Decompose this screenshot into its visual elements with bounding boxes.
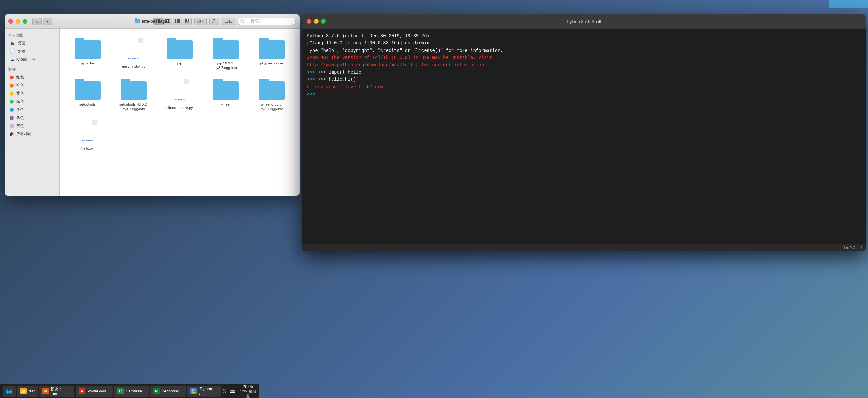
sidebar-tag-blue[interactable]: 蓝色	[6, 106, 58, 114]
shell-statusbar: Ln: 9 Col: 4	[302, 244, 866, 251]
file-item-hello[interactable]: PYTHON hello.py	[66, 117, 109, 153]
sidebar-tag-yellow[interactable]: 黄色	[6, 90, 58, 98]
taskbar-datetime: 20:05 12/5, 星期五	[239, 384, 257, 398]
maximize-button[interactable]	[23, 19, 27, 24]
folder-icon-pip-egg	[213, 38, 239, 59]
file-item-wheel[interactable]: wheel	[204, 76, 247, 114]
file-item-pkg[interactable]: pkg_resources	[250, 35, 293, 73]
file-name-setuptools-egg: setuptools-42.0.2-py3.7.egg-info	[119, 102, 148, 111]
finder-titlebar: ‹ › ▾	[4, 14, 300, 29]
record-icon: R	[153, 388, 160, 394]
gallery-view-button[interactable]	[183, 18, 192, 25]
orange-tag-dot	[10, 84, 13, 88]
shell-content[interactable]: Python 3.7.6 (default, Dec 30 2019, 19:3…	[302, 29, 866, 244]
file-item-pycache[interactable]: __pycache__	[66, 35, 109, 73]
toolbar-right: ▾ 搜索	[153, 18, 296, 25]
sidebar-tag-green[interactable]: 绿色	[6, 98, 58, 106]
shell-line-5: http://www.python.org/download/mac/tcltk…	[307, 62, 861, 69]
taskbar-folder-test[interactable]: 📁 test	[17, 386, 38, 397]
search-box[interactable]: 搜索	[238, 18, 296, 25]
taskbar-right: 英 ⌨ 20:05 12/5, 星期五	[222, 384, 257, 398]
finder-sidebar: 个人收藏 🖥 桌面 📄 文稿 ☁ iCloud... ⟳ 标签	[4, 29, 60, 196]
svg-rect-10	[185, 20, 187, 22]
desktop-icon: 🖥	[10, 41, 15, 46]
sidebar-item-documents[interactable]: 📄 文稿	[6, 47, 58, 56]
shell-minimize-button[interactable]	[314, 19, 318, 24]
folder-icon-pkg	[259, 38, 285, 59]
shell-maximize-button[interactable]	[321, 19, 326, 24]
taskbar-ppt-module[interactable]: P 模块：_na...	[39, 386, 74, 397]
green-tag-dot	[10, 100, 13, 104]
file-name-pip-egg: pip-19.3.1-py3.7.egg-info	[211, 61, 240, 70]
sidebar-item-icloud[interactable]: ☁ iCloud... ⟳	[6, 56, 58, 63]
column-view-button[interactable]	[173, 18, 182, 25]
svg-line-18	[243, 22, 244, 23]
traffic-lights	[8, 19, 27, 24]
folder-icon-setuptools-egg	[121, 79, 147, 100]
svg-rect-16	[229, 20, 232, 23]
blue-tag-dot	[10, 108, 13, 112]
file-item-easy-install[interactable]: PYTHON easy_install.py	[112, 35, 155, 73]
file-name-setuptools: setuptools	[80, 102, 96, 107]
all-tags-dot	[10, 132, 13, 136]
tags-heading: 标签	[4, 66, 59, 73]
taskbar-ppt-label: PowerPoin...	[87, 389, 109, 394]
taskbar-camtasia[interactable]: C Camtasia...	[114, 386, 149, 397]
share-button[interactable]	[209, 18, 219, 25]
sidebar-tag-purple[interactable]: 紫色	[6, 114, 58, 122]
sidebar-all-tags[interactable]: 所有标签...	[6, 130, 58, 138]
favorites-section: 个人收藏 🖥 桌面 📄 文稿 ☁ iCloud... ⟳	[4, 32, 59, 63]
file-item-wheel-egg[interactable]: wheel-0.33.6-py3.7.egg-info	[250, 76, 293, 114]
red-tag-dot	[10, 75, 13, 79]
svg-rect-7	[175, 20, 177, 23]
svg-rect-13	[188, 20, 189, 22]
python-shell-window: Python 3.7.6 Shell Python 3.7.6 (default…	[302, 14, 866, 251]
python-file-sitecustomize: PYTHON	[170, 79, 189, 103]
python-icon: 🐍	[190, 388, 196, 394]
path-button[interactable]	[222, 18, 235, 25]
svg-rect-15	[225, 20, 228, 23]
file-item-sitecustomize[interactable]: PYTHON sitecustomize.py	[158, 76, 201, 114]
folder-icon-pip	[167, 38, 193, 59]
folder-icon-pycache	[74, 38, 100, 59]
shell-line-3: Type "help", "copyright", "credits" or "…	[307, 47, 861, 54]
file-item-setuptools[interactable]: setuptools	[66, 76, 109, 114]
chrome-icon: 🌐	[6, 388, 12, 394]
taskbar-python[interactable]: 🐍 *Python 3...	[187, 386, 221, 397]
shell-line-9: >>>	[307, 91, 861, 98]
action-button[interactable]: ▾	[194, 18, 207, 25]
sidebar-tag-red[interactable]: 红色	[6, 73, 58, 81]
taskbar-python-label: *Python 3...	[198, 387, 218, 396]
documents-icon: 📄	[10, 49, 15, 54]
file-item-pip-egg[interactable]: pip-19.3.1-py3.7.egg-info	[204, 35, 247, 73]
sidebar-tag-gray[interactable]: 灰色	[6, 122, 58, 130]
sidebar-item-desktop[interactable]: 🖥 桌面	[6, 39, 58, 47]
taskbar-recording[interactable]: R Recording...	[150, 386, 186, 397]
svg-rect-12	[187, 22, 188, 23]
search-placeholder: 搜索	[251, 19, 259, 24]
taskbar-powerpoint[interactable]: P PowerPoin...	[75, 386, 113, 397]
finder-title: site-packages	[134, 19, 169, 24]
file-item-pip[interactable]: pip	[158, 35, 201, 73]
back-button[interactable]: ‹	[32, 18, 41, 25]
taskbar-input-method[interactable]: ⌨	[230, 389, 236, 394]
shell-title: Python 3.7.6 Shell	[567, 19, 601, 24]
shell-line-7: >>> >>> hello.hi()	[307, 76, 861, 83]
sidebar-tag-orange[interactable]: 橙色	[6, 81, 58, 90]
svg-rect-8	[177, 20, 178, 23]
forward-button[interactable]: ›	[43, 18, 52, 25]
finder-window: ‹ › ▾	[4, 14, 300, 196]
close-button[interactable]	[8, 19, 13, 24]
top-right-button[interactable]	[829, 0, 868, 8]
minimize-button[interactable]	[16, 19, 20, 24]
folder-icon-wheel-egg	[259, 79, 285, 100]
taskbar-chrome[interactable]: 🌐	[3, 386, 16, 397]
ppt-red-icon: P	[79, 388, 85, 394]
file-item-setuptools-egg[interactable]: setuptools-42.0.2-py3.7.egg-info	[112, 76, 155, 114]
ppt-orange-icon: P	[42, 388, 49, 394]
folder-icon-setuptools	[74, 79, 100, 100]
shell-close-button[interactable]	[307, 19, 311, 24]
taskbar-camtasia-label: Camtasia...	[126, 389, 145, 394]
taskbar: 🌐 📁 test P 模块：_na... P PowerPoin... C Ca…	[0, 385, 259, 398]
taskbar-lang[interactable]: 英	[222, 388, 226, 394]
